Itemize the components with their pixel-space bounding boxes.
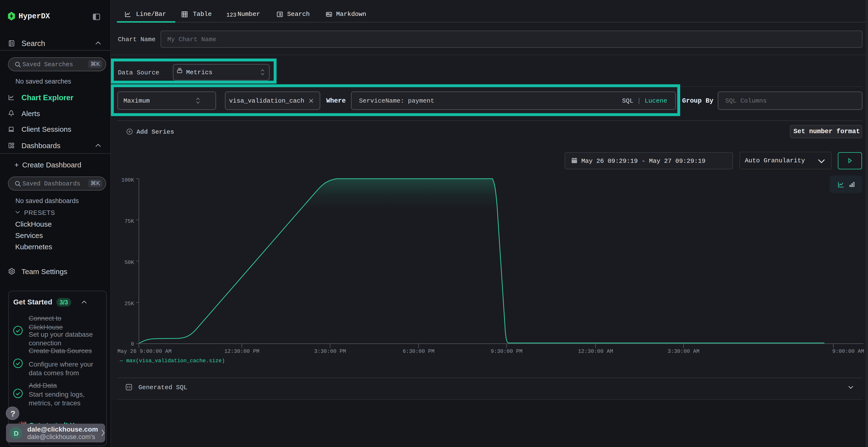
svg-text:6:30:00 PM: 6:30:00 PM <box>403 348 434 354</box>
svg-text:3:30:00 AM: 3:30:00 AM <box>668 348 700 354</box>
svg-text:9:30:00 PM: 9:30:00 PM <box>491 348 523 354</box>
svg-text:100K: 100K <box>121 177 134 183</box>
svg-text:9:00:00 AM: 9:00:00 AM <box>832 348 864 354</box>
svg-text:0: 0 <box>131 341 134 347</box>
svg-text:May 26 9:00:00 AM: May 26 9:00:00 AM <box>117 348 172 354</box>
svg-text:25K: 25K <box>124 301 134 307</box>
svg-text:75K: 75K <box>124 218 134 225</box>
svg-text:3:30:00 PM: 3:30:00 PM <box>314 348 346 354</box>
svg-text:50K: 50K <box>124 260 134 266</box>
svg-text:12:30:00 PM: 12:30:00 PM <box>224 348 259 354</box>
svg-text:12:30:00 AM: 12:30:00 AM <box>578 348 613 354</box>
